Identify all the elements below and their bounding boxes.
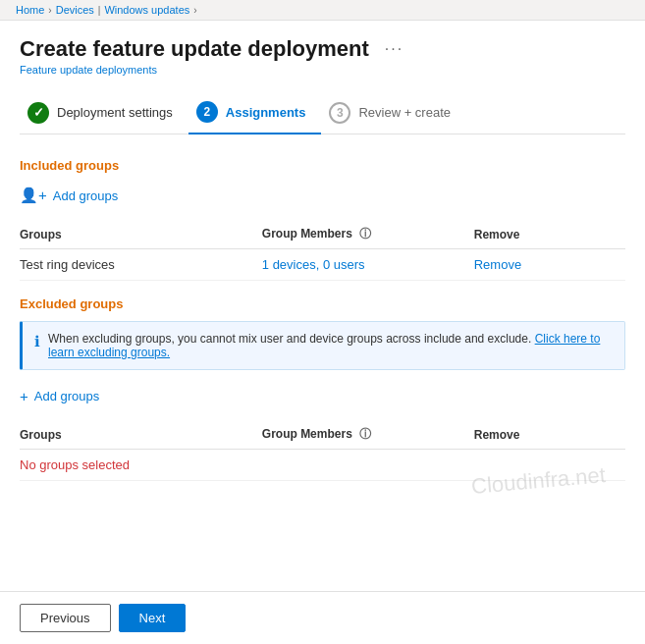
excluded-members-info-icon[interactable]: ⓘ [359, 427, 371, 441]
breadcrumb-sep-2: | [98, 5, 101, 16]
step-2-number: 2 [203, 105, 210, 119]
included-members-info-icon[interactable]: ⓘ [359, 227, 371, 241]
wizard-steps: ✓ Deployment settings 2 Assignments 3 Re… [20, 91, 625, 134]
included-group-members: 1 devices, 0 users [262, 249, 474, 281]
breadcrumb-windows-updates[interactable]: Windows updates [104, 4, 189, 16]
included-groups-tbody: Test ring devices 1 devices, 0 users Rem… [20, 249, 625, 281]
included-col-remove: Remove [474, 220, 625, 249]
breadcrumb-devices[interactable]: Devices [56, 4, 94, 16]
excluded-col-members: Group Members ⓘ [262, 420, 474, 450]
included-col-groups: Groups [20, 220, 262, 249]
wizard-step-deployment-settings[interactable]: ✓ Deployment settings [20, 92, 188, 134]
step-1-checkmark: ✓ [33, 105, 44, 120]
excluded-groups-table: Groups Group Members ⓘ Remove No groups … [20, 420, 625, 481]
page-title: Create feature update deployment [20, 36, 369, 62]
add-included-groups-button[interactable]: 👤+ Add groups [20, 183, 118, 208]
step-1-circle: ✓ [27, 102, 49, 124]
included-groups-header: Included groups [20, 158, 625, 173]
excluded-groups-header: Excluded groups [20, 296, 625, 311]
info-box-text: When excluding groups, you cannot mix us… [48, 332, 613, 359]
excluded-groups-thead: Groups Group Members ⓘ Remove [20, 420, 625, 450]
add-excluded-groups-label: Add groups [34, 389, 100, 403]
page-title-row: Create feature update deployment ··· [20, 36, 625, 62]
no-groups-text: No groups selected [20, 450, 625, 481]
page-subtitle: Feature update deployments [20, 64, 625, 76]
included-groups-table: Groups Group Members ⓘ Remove Test ring … [20, 220, 625, 281]
add-person-icon: 👤+ [20, 187, 47, 204]
add-excluded-groups-button[interactable]: + Add groups [20, 384, 99, 408]
included-groups-thead: Groups Group Members ⓘ Remove [20, 220, 625, 249]
next-button[interactable]: Next [119, 604, 187, 632]
table-row: No groups selected [20, 450, 625, 481]
excluded-plus-icon: + [20, 388, 28, 404]
content-area: Cloudinfra.net Included groups 👤+ Add gr… [20, 154, 625, 575]
breadcrumb-sep-1: › [48, 5, 51, 16]
table-row: Test ring devices 1 devices, 0 users Rem… [20, 249, 625, 281]
wizard-step-review-create[interactable]: 3 Review + create [321, 92, 466, 134]
wizard-step-assignments[interactable]: 2 Assignments [188, 91, 322, 134]
excluded-col-remove: Remove [474, 420, 625, 450]
excluded-groups-tbody: No groups selected [20, 450, 625, 481]
step-3-label: Review + create [358, 105, 451, 120]
ellipsis-button[interactable]: ··· [379, 38, 409, 60]
main-content: Create feature update deployment ··· Fea… [0, 21, 645, 591]
info-box-icon: ℹ [34, 333, 40, 350]
step-3-number: 3 [337, 106, 344, 120]
previous-button[interactable]: Previous [20, 604, 111, 632]
excluded-col-groups: Groups [20, 420, 262, 450]
page-wrapper: Home › Devices | Windows updates › Creat… [0, 0, 645, 644]
step-3-circle: 3 [329, 102, 350, 124]
footer: Previous Next [0, 591, 645, 644]
step-2-label: Assignments [226, 105, 306, 120]
included-col-members: Group Members ⓘ [262, 220, 474, 249]
breadcrumb-home[interactable]: Home [16, 4, 44, 16]
step-1-label: Deployment settings [57, 105, 173, 120]
step-2-circle: 2 [196, 101, 218, 123]
breadcrumb-sep-3: › [193, 5, 196, 16]
included-group-name: Test ring devices [20, 249, 262, 281]
add-included-groups-label: Add groups [53, 188, 119, 203]
excluded-groups-info-box: ℹ When excluding groups, you cannot mix … [20, 321, 625, 370]
included-remove-link[interactable]: Remove [474, 257, 521, 272]
breadcrumb-bar: Home › Devices | Windows updates › [0, 0, 645, 21]
